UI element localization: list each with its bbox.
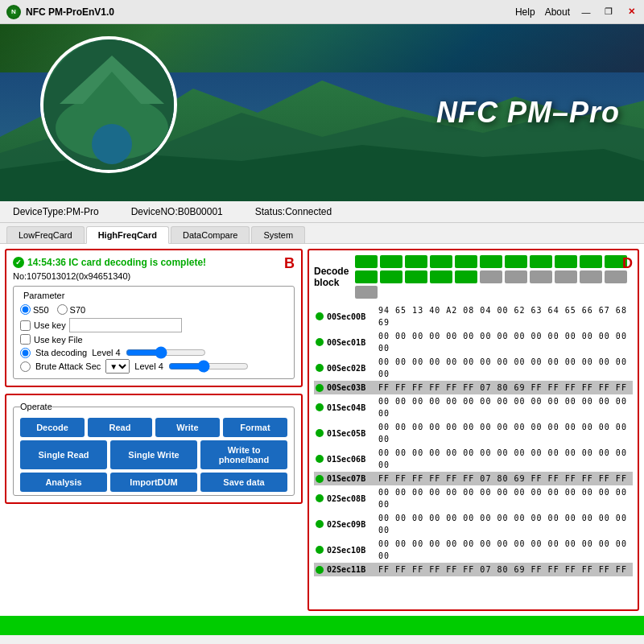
key-input[interactable]: [69, 318, 182, 332]
header-banner: NFC PM–Pro: [0, 24, 644, 201]
row-address: 00Sec01B: [327, 336, 375, 349]
table-row: 01Sec06B00 00 00 00 00 00 00 00 00 00 00…: [314, 446, 633, 472]
radio-row-s: S50 S70: [20, 304, 287, 315]
check-use-key-row: Use key: [20, 318, 287, 332]
decode-block-item: [505, 270, 527, 283]
table-row: 02Sec08B00 00 00 00 00 00 00 00 00 00 00…: [314, 485, 633, 511]
close-button[interactable]: ✕: [625, 6, 638, 19]
row-address: 01Sec06B: [327, 453, 375, 465]
row-data-value: 94 65 13 40 A2 08 04 00 62 63 64 65 66 6…: [378, 304, 631, 328]
check-use-key-file[interactable]: [20, 334, 31, 345]
row-data-value: 00 00 00 00 00 00 00 00 00 00 00 00 00 0…: [378, 512, 631, 536]
panel-d-letter: D: [622, 255, 633, 272]
header-logo-text: NFC PM–Pro: [436, 96, 620, 130]
table-row: 02Sec10B00 00 00 00 00 00 00 00 00 00 00…: [314, 537, 633, 563]
row-data-value: 00 00 00 00 00 00 00 00 00 00 00 00 00 0…: [378, 538, 631, 562]
decode-block-label: Decode block: [314, 266, 349, 288]
row-address: 02Sec10B: [327, 544, 375, 556]
panel-d: D Decode block 00Sec00B94 65 13 40 A2 08…: [308, 249, 639, 611]
row-status-dot: [316, 566, 324, 574]
panel-c: Operate Decode Read Write Format Single …: [5, 394, 303, 504]
btn-save-data[interactable]: Save data: [200, 473, 287, 492]
row-data-value: 00 00 00 00 00 00 00 00 00 00 00 00 00 0…: [378, 421, 631, 445]
decode-block-item: [380, 255, 402, 268]
tab-highfreq[interactable]: HighFreqCard: [86, 226, 169, 244]
row-status-dot: [316, 338, 324, 346]
maximize-button[interactable]: ❐: [602, 6, 615, 19]
row-address: 02Sec08B: [327, 493, 375, 505]
status-icon: ✓: [13, 257, 24, 268]
decode-block-row: Decode block: [314, 255, 633, 299]
decode-block-item: [355, 286, 378, 299]
left-panel: B ✓ 14:54:36 IC card decoding is complet…: [5, 249, 303, 611]
decode-block-item: [580, 270, 602, 283]
radio-s50[interactable]: [20, 304, 31, 315]
btn-analysis[interactable]: Analysis: [20, 473, 107, 492]
card-no: No:1075013012(0x94651340): [13, 271, 295, 281]
tab-system[interactable]: System: [251, 226, 305, 243]
btn-single-read[interactable]: Single Read: [20, 440, 107, 469]
decode-block-item: [530, 270, 552, 283]
btn-write[interactable]: Write: [155, 418, 220, 437]
decode-block-item: [355, 255, 378, 268]
decode-block-item: [455, 270, 477, 283]
row-address: 00Sec03B: [327, 382, 375, 394]
row-address: 00Sec00B: [327, 311, 375, 323]
radio-s50-label[interactable]: S50: [20, 304, 49, 315]
row-status-dot: [316, 429, 324, 437]
decode-block-item: [505, 255, 527, 268]
btn-write-phone[interactable]: Write to phone/band: [200, 440, 287, 469]
row-data-value: 00 00 00 00 00 00 00 00 00 00 00 00 00 0…: [378, 330, 631, 354]
decode-block-item: [580, 255, 602, 268]
row-data-value: 00 00 00 00 00 00 00 00 00 00 00 00 00 0…: [378, 447, 631, 471]
btn-format[interactable]: Format: [223, 418, 287, 437]
table-row: 01Sec07BFF FF FF FF FF FF 07 80 69 FF FF…: [314, 472, 633, 485]
radio-s70[interactable]: [57, 304, 68, 315]
check-use-key[interactable]: [20, 320, 31, 331]
table-row: 01Sec04B00 00 00 00 00 00 00 00 00 00 00…: [314, 394, 633, 420]
decode-block-item: [530, 255, 552, 268]
table-row: 00Sec02B00 00 00 00 00 00 00 00 00 00 00…: [314, 355, 633, 381]
btn-decode[interactable]: Decode: [20, 418, 85, 437]
row-status-dot: [316, 312, 324, 320]
minimize-button[interactable]: —: [580, 6, 592, 19]
row-data-value: FF FF FF FF FF FF 07 80 69 FF FF FF FF F…: [378, 564, 627, 576]
main-content: B ✓ 14:54:36 IC card decoding is complet…: [0, 244, 644, 616]
sta-level-slider[interactable]: [126, 346, 206, 359]
svg-point-8: [92, 124, 132, 164]
brute-select[interactable]: ▼: [105, 359, 130, 374]
row-data-value: FF FF FF FF FF FF 07 80 69 FF FF FF FF F…: [378, 382, 627, 394]
menu-help[interactable]: Help: [515, 6, 535, 18]
tab-lowfreq[interactable]: LowFreqCard: [6, 226, 85, 243]
decode-block-item: [555, 255, 577, 268]
sta-decoding-row: Sta decoding Level 4: [20, 346, 287, 359]
decode-block-item: [455, 255, 477, 268]
radio-sta-decoding[interactable]: [20, 348, 31, 358]
row-data-value: 00 00 00 00 00 00 00 00 00 00 00 00 00 0…: [378, 486, 631, 510]
radio-s70-label[interactable]: S70: [57, 304, 86, 315]
brute-level-slider[interactable]: [168, 360, 249, 373]
row-data-value: 00 00 00 00 00 00 00 00 00 00 00 00 00 0…: [378, 395, 631, 419]
decode-block-item: [405, 255, 427, 268]
device-no: DeviceNO:B0B00001: [131, 206, 223, 217]
decode-block-item: [405, 270, 427, 283]
btn-read[interactable]: Read: [88, 418, 152, 437]
btn-grid-mid: Single Read Single Write Write to phone/…: [20, 440, 287, 469]
btn-single-write[interactable]: Single Write: [110, 440, 197, 469]
title-bar: N NFC PM-ProEnV1.0 Help About — ❐ ✕: [0, 0, 644, 24]
table-row: 00Sec00B94 65 13 40 A2 08 04 00 62 63 64…: [314, 303, 633, 329]
decode-block-item: [480, 255, 502, 268]
btn-import-dum[interactable]: ImportDUM: [110, 473, 197, 492]
device-status: Status:Connected: [255, 206, 332, 217]
row-address: 02Sec09B: [327, 518, 375, 530]
row-status-dot: [316, 403, 324, 411]
row-status-dot: [316, 475, 324, 483]
row-status-dot: [316, 546, 324, 554]
decode-block-item: [555, 270, 577, 283]
menu-about[interactable]: About: [545, 6, 570, 18]
radio-brute-attack[interactable]: [20, 361, 31, 372]
tab-datacompare[interactable]: DataCompare: [171, 226, 250, 243]
row-data-value: 00 00 00 00 00 00 00 00 00 00 00 00 00 0…: [378, 356, 631, 380]
row-data-value: FF FF FF FF FF FF 07 80 69 FF FF FF FF F…: [378, 473, 627, 485]
decode-block-item: [380, 270, 402, 283]
